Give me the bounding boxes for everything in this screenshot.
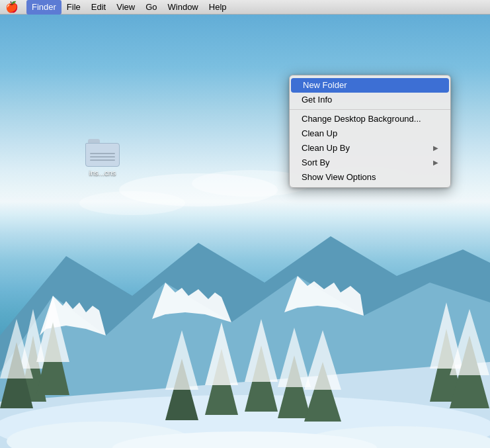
svg-point-33 bbox=[112, 431, 377, 448]
menu-window[interactable]: Window bbox=[163, 0, 204, 15]
svg-point-32 bbox=[298, 426, 490, 448]
svg-marker-5 bbox=[0, 276, 490, 448]
folder-line bbox=[90, 159, 115, 161]
desktop-file-icon[interactable]: ins...cns bbox=[79, 139, 126, 177]
mountain-background bbox=[0, 150, 490, 448]
svg-marker-20 bbox=[450, 309, 489, 375]
svg-marker-8 bbox=[284, 276, 364, 316]
context-menu-change-bg[interactable]: Change Desktop Background... bbox=[290, 112, 450, 126]
context-menu-clean-up-by-label: Clean Up By bbox=[302, 141, 350, 156]
svg-marker-24 bbox=[245, 319, 278, 382]
submenu-arrow-icon: ▶ bbox=[433, 141, 438, 156]
menu-go[interactable]: Go bbox=[140, 0, 162, 15]
svg-point-10 bbox=[0, 395, 490, 448]
svg-marker-30 bbox=[304, 330, 341, 390]
menu-edit[interactable]: Edit bbox=[86, 0, 111, 15]
folder-line bbox=[90, 153, 115, 154]
svg-marker-11 bbox=[20, 336, 46, 402]
svg-marker-14 bbox=[36, 296, 69, 362]
context-menu-sort-by-label: Sort By bbox=[302, 156, 330, 170]
folder-line bbox=[90, 156, 115, 157]
folder-lines bbox=[90, 153, 115, 163]
context-menu-show-view-options[interactable]: Show View Options bbox=[290, 170, 450, 185]
context-menu-clean-up[interactable]: Clean Up bbox=[290, 126, 450, 141]
context-menu-clean-up-by[interactable]: Clean Up By ▶ bbox=[290, 141, 450, 156]
svg-marker-27 bbox=[165, 359, 198, 420]
folder-icon-graphic bbox=[85, 139, 120, 167]
svg-marker-16 bbox=[0, 319, 33, 379]
menu-view[interactable]: View bbox=[111, 0, 140, 15]
icon-label: ins...cns bbox=[89, 169, 116, 177]
apple-menu[interactable]: 🍎 bbox=[5, 1, 19, 13]
svg-marker-25 bbox=[278, 355, 311, 418]
svg-marker-12 bbox=[20, 309, 46, 369]
svg-marker-9 bbox=[0, 362, 490, 448]
menu-file[interactable]: File bbox=[61, 0, 86, 15]
svg-marker-26 bbox=[278, 328, 311, 387]
svg-marker-28 bbox=[165, 330, 198, 390]
svg-point-31 bbox=[7, 422, 192, 448]
svg-marker-29 bbox=[304, 362, 341, 422]
context-menu-get-info[interactable]: Get Info bbox=[290, 93, 450, 107]
svg-marker-23 bbox=[245, 345, 278, 412]
desktop-background bbox=[0, 0, 490, 448]
svg-marker-21 bbox=[205, 349, 238, 415]
context-menu: New Folder Get Info Change Desktop Backg… bbox=[289, 75, 451, 188]
svg-marker-15 bbox=[0, 342, 33, 408]
svg-marker-18 bbox=[430, 302, 463, 369]
folder-body bbox=[85, 143, 120, 167]
svg-marker-4 bbox=[0, 236, 490, 448]
svg-marker-6 bbox=[40, 296, 106, 336]
menu-help[interactable]: Help bbox=[204, 0, 232, 15]
submenu-arrow-icon: ▶ bbox=[433, 156, 438, 170]
svg-point-2 bbox=[79, 191, 185, 215]
context-menu-sort-by[interactable]: Sort By ▶ bbox=[290, 156, 450, 170]
menu-separator bbox=[290, 109, 450, 110]
svg-marker-17 bbox=[430, 329, 463, 402]
menu-finder[interactable]: Finder bbox=[26, 0, 61, 15]
svg-marker-7 bbox=[152, 283, 231, 322]
svg-marker-13 bbox=[36, 322, 69, 395]
svg-marker-22 bbox=[205, 322, 238, 385]
menubar: 🍎 Finder File Edit View Go Window Help bbox=[0, 0, 490, 15]
svg-point-0 bbox=[119, 173, 278, 206]
context-menu-new-folder[interactable]: New Folder bbox=[291, 78, 449, 93]
svg-marker-19 bbox=[450, 336, 489, 408]
